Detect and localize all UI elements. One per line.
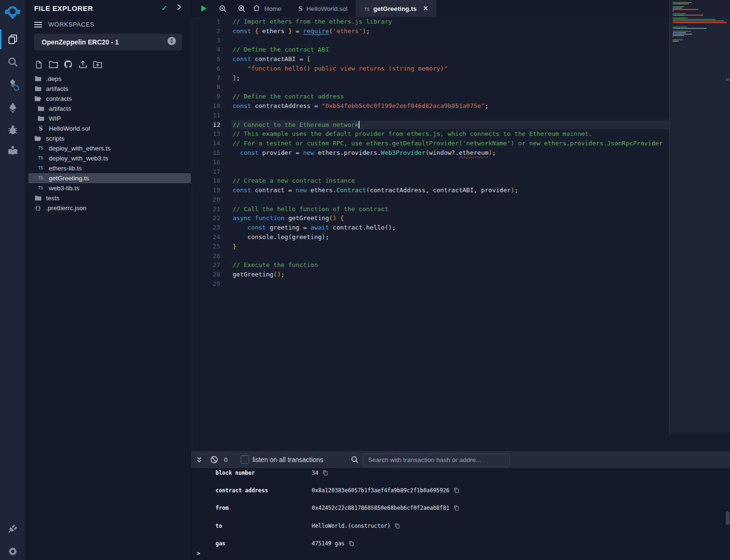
upload-file-icon[interactable]: [78, 59, 88, 70]
line-number[interactable]: 17: [191, 167, 220, 177]
code-line[interactable]: 13// This example uses the default provi…: [191, 129, 730, 139]
file-tree-item-ethers-lib-ts[interactable]: TSethers-lib.ts: [25, 163, 191, 173]
code-line[interactable]: 17: [191, 167, 730, 177]
code-line[interactable]: 23 const greeting = await contract.hello…: [191, 223, 730, 232]
line-number[interactable]: 29: [191, 279, 220, 289]
file-tree-item--prettierrc-json[interactable]: {}.prettierrc.json: [25, 203, 191, 213]
workspaces-menu-icon[interactable]: [34, 22, 42, 27]
line-number[interactable]: 15: [191, 148, 220, 158]
code-line[interactable]: 25}: [191, 242, 730, 251]
file-tree-item-scripts[interactable]: scripts: [25, 133, 191, 143]
file-tree-item--deps[interactable]: .deps: [25, 74, 191, 84]
github-icon[interactable]: [63, 59, 73, 70]
code-line[interactable]: 29: [191, 279, 730, 289]
line-number[interactable]: 26: [191, 251, 220, 261]
code-line[interactable]: 11: [191, 111, 730, 120]
file-tree-item-helloworld-sol[interactable]: SHelloWorld.sol: [25, 124, 191, 133]
workspace-select[interactable]: OpenZeppelin ERC20 - 1: [34, 34, 182, 50]
line-number[interactable]: 6: [191, 64, 220, 73]
tab-home[interactable]: Home: [244, 0, 290, 17]
run-script-button[interactable]: [198, 3, 209, 14]
code-line[interactable]: 19const contract = new ethers.Contract(c…: [191, 186, 730, 195]
line-number[interactable]: 14: [191, 139, 220, 148]
remix-logo-icon[interactable]: [3, 3, 22, 23]
line-number[interactable]: 12: [191, 120, 220, 130]
line-number[interactable]: 7: [191, 73, 220, 83]
solidity-compiler-icon[interactable]: [3, 74, 22, 93]
code-line[interactable]: 20: [191, 195, 730, 204]
code-line[interactable]: 6 "function hello() public view returns …: [191, 64, 730, 73]
code-line[interactable]: 21// Call the hello function of the cont…: [191, 204, 730, 214]
tab-getgreeting-ts[interactable]: TSgetGreeting.ts×: [356, 0, 436, 17]
file-tree-item-getgreeting-ts[interactable]: TSgetGreeting.ts: [28, 173, 191, 183]
file-tree-item-contracts[interactable]: contracts: [25, 94, 191, 104]
copy-icon[interactable]: [348, 540, 354, 547]
line-number[interactable]: 8: [191, 82, 220, 92]
line-number[interactable]: 21: [191, 204, 220, 214]
new-folder-icon[interactable]: [49, 59, 58, 70]
code-line[interactable]: 10const contractAddress = "0xb54febb5c0c…: [191, 101, 730, 111]
code-line[interactable]: 9// Define the contract address: [191, 92, 730, 101]
file-tree-item-deploy-with-web3-ts[interactable]: TSdeploy_with_web3.ts: [25, 153, 191, 163]
zoom-out-button[interactable]: [217, 3, 228, 14]
line-number[interactable]: 23: [191, 223, 220, 232]
line-number[interactable]: 5: [191, 54, 220, 64]
line-number[interactable]: 22: [191, 213, 220, 223]
code-line[interactable]: 3: [191, 36, 730, 45]
line-number[interactable]: 19: [191, 186, 220, 195]
new-file-icon[interactable]: [34, 59, 44, 70]
search-icon[interactable]: [3, 52, 22, 71]
code-line[interactable]: 27// Execute the function: [191, 260, 730, 270]
line-number[interactable]: 10: [191, 101, 220, 111]
line-number[interactable]: 11: [191, 111, 220, 120]
copy-icon[interactable]: [394, 523, 400, 529]
plugin-manager-icon[interactable]: [3, 519, 22, 538]
line-number[interactable]: 3: [191, 36, 220, 45]
file-explorer-icon[interactable]: [3, 29, 22, 49]
deploy-run-icon[interactable]: [3, 98, 22, 117]
learneth-icon[interactable]: [3, 141, 22, 160]
close-tab-icon[interactable]: ×: [424, 5, 428, 12]
code-line[interactable]: 1// Import ethers from the ethers.js lib…: [191, 17, 730, 27]
line-number[interactable]: 13: [191, 129, 220, 139]
minimap-column[interactable]: [669, 0, 730, 434]
listen-checkbox[interactable]: [241, 455, 249, 464]
file-tree-item-tests[interactable]: tests: [25, 193, 191, 203]
debugger-icon[interactable]: [3, 120, 22, 139]
code-line[interactable]: 16: [191, 158, 730, 167]
file-tree-item-web3-lib-ts[interactable]: TSweb3-lib.ts: [25, 183, 191, 193]
code-line[interactable]: 2const { ethers } = require('ethers');: [191, 27, 730, 36]
code-line[interactable]: 8: [191, 82, 730, 92]
code-line[interactable]: 22async function getGreeting() {: [191, 213, 730, 223]
file-tree-item-artifacts[interactable]: artifacts: [25, 84, 191, 94]
file-tree-item-artifacts[interactable]: artifacts: [25, 104, 191, 114]
line-number[interactable]: 28: [191, 270, 220, 279]
file-tree-item-deploy-with-ethers-ts[interactable]: TSdeploy_with_ethers.ts: [25, 143, 191, 153]
terminal-scrollbar[interactable]: [726, 511, 730, 525]
line-number[interactable]: 2: [191, 27, 220, 36]
upload-folder-icon[interactable]: [93, 59, 102, 70]
code-line[interactable]: 12// Connect to the Ethereum network: [191, 120, 730, 130]
code-editor[interactable]: 1// Import ethers from the ethers.js lib…: [191, 17, 730, 451]
code-line[interactable]: 7];: [191, 73, 730, 83]
line-number[interactable]: 1: [191, 17, 220, 27]
line-number[interactable]: 25: [191, 242, 220, 251]
code-line[interactable]: 18// Create a new contract instance: [191, 176, 730, 186]
minimap[interactable]: [673, 2, 727, 44]
copy-icon[interactable]: [453, 505, 460, 511]
line-number[interactable]: 27: [191, 260, 220, 270]
tab-helloworld-sol[interactable]: SHelloWorld.sol: [290, 0, 356, 17]
line-number[interactable]: 9: [191, 92, 220, 101]
code-line[interactable]: 4// Define the contract ABI: [191, 45, 730, 54]
code-line[interactable]: 5const contractABI = [: [191, 54, 730, 64]
chevron-right-icon[interactable]: [176, 3, 182, 13]
line-number[interactable]: 4: [191, 45, 220, 54]
code-line[interactable]: 28getGreeting();: [191, 270, 730, 279]
line-number[interactable]: 24: [191, 232, 220, 242]
line-number[interactable]: 20: [191, 195, 220, 204]
code-line[interactable]: 15 const provider = new ethers.providers…: [191, 148, 730, 158]
line-number[interactable]: 18: [191, 176, 220, 186]
file-tree-item-wip[interactable]: WIP: [25, 114, 191, 124]
code-line[interactable]: 26: [191, 251, 730, 261]
copy-icon[interactable]: [322, 470, 328, 476]
